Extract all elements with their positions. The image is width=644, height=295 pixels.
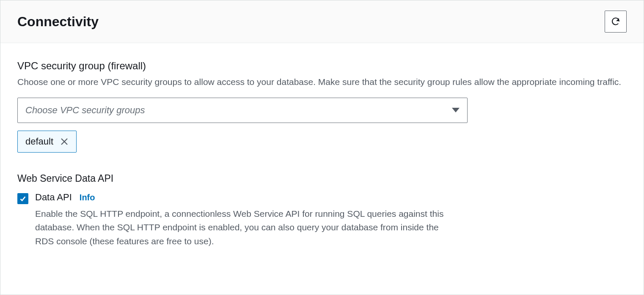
data-api-description: Enable the SQL HTTP endpoint, a connecti… — [35, 207, 446, 249]
connectivity-panel: Connectivity VPC security group (firewal… — [0, 0, 644, 295]
panel-header: Connectivity — [0, 0, 644, 43]
vpc-token-default[interactable]: default — [17, 131, 77, 153]
vpc-token-remove-button[interactable] — [60, 137, 69, 146]
data-api-section-label: Web Service Data API — [17, 173, 627, 184]
close-icon — [60, 137, 69, 146]
vpc-section-label: VPC security group (firewall) — [17, 60, 627, 72]
vpc-select-placeholder: Choose VPC security groups — [25, 105, 145, 116]
panel-body: VPC security group (firewall) Choose one… — [0, 43, 644, 265]
vpc-section-description: Choose one or more VPC security groups t… — [17, 75, 627, 89]
data-api-label: Data API — [35, 192, 72, 203]
data-api-checkbox-row: Data API Info Enable the SQL HTTP endpoi… — [17, 192, 627, 249]
data-api-label-line: Data API Info — [35, 192, 627, 203]
vpc-token-label: default — [25, 136, 53, 147]
panel-title: Connectivity — [17, 14, 99, 30]
check-icon — [19, 195, 27, 202]
refresh-icon — [611, 16, 621, 27]
data-api-body: Data API Info Enable the SQL HTTP endpoi… — [35, 192, 627, 249]
data-api-info-link[interactable]: Info — [80, 193, 95, 202]
refresh-button[interactable] — [605, 11, 627, 33]
data-api-checkbox[interactable] — [17, 193, 28, 204]
chevron-down-icon — [452, 108, 460, 112]
vpc-security-group-select[interactable]: Choose VPC security groups — [17, 98, 468, 123]
